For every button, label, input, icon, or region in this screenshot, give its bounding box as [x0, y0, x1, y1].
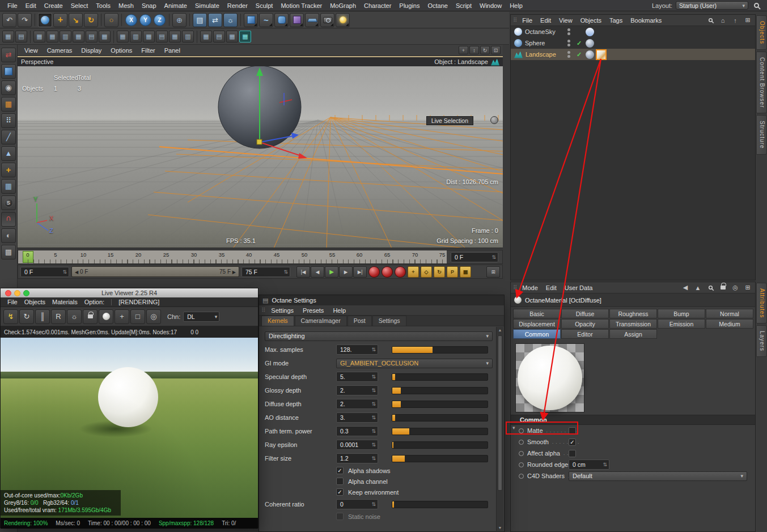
menu-select[interactable]: Select	[67, 2, 92, 9]
viewport-menu-filter[interactable]: Filter	[137, 47, 159, 54]
tab-cameraimager[interactable]: CameraImager	[295, 316, 347, 326]
frame-range-slider[interactable]: ◀ 0 F 75 F ▶	[71, 266, 239, 277]
visibility-toggles[interactable]	[567, 51, 570, 58]
add-spline-button[interactable]: ~	[259, 13, 273, 27]
object-name[interactable]: Landscape	[526, 51, 556, 58]
menu-tools[interactable]: Tools	[92, 2, 115, 9]
lv-menu-objects[interactable]: Objects	[21, 299, 49, 305]
edge-mode-icon[interactable]: ╱	[1, 130, 16, 144]
static-noise-checkbox[interactable]	[336, 513, 344, 520]
lock-resolution-icon[interactable]	[83, 309, 98, 324]
toolbar2-icon-2[interactable]: ▤	[15, 31, 27, 42]
key-position-toggle[interactable]: +	[408, 266, 419, 278]
tab-structure[interactable]: Structure	[756, 115, 767, 155]
record-keyframe-button[interactable]	[368, 266, 380, 278]
section-header-common[interactable]: Common	[511, 415, 755, 425]
visibility-toggles[interactable]	[567, 40, 570, 46]
toolbar2-icon-10[interactable]: ▥	[130, 31, 142, 42]
menu-help[interactable]: Help	[506, 2, 527, 9]
region-render-icon[interactable]: □	[130, 309, 145, 324]
glossy-depth-field[interactable]: 2.⇅	[336, 385, 378, 395]
om-menu-objects[interactable]: Objects	[577, 17, 605, 24]
material-texture-tag-icon[interactable]	[596, 49, 607, 60]
filter-size-slider[interactable]	[392, 455, 488, 462]
lv-menu-option[interactable]: Option:	[81, 299, 108, 305]
om-home-icon[interactable]: ⌂	[718, 16, 728, 25]
lock-x-axis-button[interactable]: X	[125, 14, 137, 26]
pick-material-icon[interactable]: +	[115, 309, 129, 324]
diffuse-depth-field[interactable]: 2.⇅	[336, 399, 378, 409]
checker-ball-icon[interactable]: ▩	[1, 245, 16, 259]
minimize-button[interactable]	[14, 290, 20, 296]
menu-edit[interactable]: Edit	[22, 2, 40, 9]
settings-gear-icon[interactable]: ☼	[67, 309, 82, 324]
phong-tag-icon[interactable]	[586, 39, 594, 48]
viewport-view-name[interactable]: Perspective	[21, 58, 53, 65]
filter-size-field[interactable]: 1.2⇅	[336, 453, 378, 463]
tab-diffuse[interactable]: Diffuse	[561, 309, 609, 318]
animation-track-icon[interactable]	[519, 451, 524, 456]
add-cube-button[interactable]	[244, 13, 258, 27]
model-mode-icon[interactable]	[1, 64, 16, 79]
timeline-preferences-icon[interactable]: ⊞	[486, 266, 500, 278]
menu-character[interactable]: Character	[360, 2, 395, 9]
coordinate-system-button[interactable]: ⊕	[172, 13, 187, 27]
range-start-field[interactable]: 0 F⇅	[20, 267, 69, 277]
gizmo-center-handle[interactable]	[257, 139, 262, 144]
toolbar2-icon-16[interactable]: ▤	[213, 31, 225, 42]
om-new-panel-icon[interactable]: ⊞	[743, 16, 753, 25]
tab-kernels[interactable]: Kernels	[261, 316, 294, 326]
goto-end-button[interactable]: ▶|	[353, 266, 367, 278]
am-lock-icon[interactable]	[718, 283, 728, 292]
object-name[interactable]: OctaneSky	[525, 28, 556, 35]
glossy-depth-slider[interactable]	[392, 387, 488, 394]
render-tag-icon[interactable]: ◐	[1, 228, 16, 243]
tab-assign[interactable]: Assign	[609, 329, 657, 339]
am-search-icon[interactable]	[705, 283, 715, 292]
max-samples-field[interactable]: 128.⇅	[336, 344, 378, 355]
redo-button[interactable]: ↷	[18, 13, 32, 27]
add-light-button[interactable]	[336, 13, 350, 27]
key-scale-toggle[interactable]: ◇	[421, 266, 432, 278]
next-frame-button[interactable]: ▶	[339, 266, 353, 278]
render-view-button[interactable]: ▤	[193, 13, 207, 27]
toolbar2-icon-18[interactable]: ▦	[239, 31, 251, 42]
magnet-icon[interactable]: ∪	[1, 212, 16, 227]
menu-simulate[interactable]: Simulate	[191, 2, 223, 9]
menu-sculpt[interactable]: Sculpt	[252, 2, 277, 9]
visibility-toggles[interactable]	[567, 28, 570, 35]
toolbar2-icon-12[interactable]: ▤	[156, 31, 168, 42]
polygon-mode-icon[interactable]: ▲	[1, 146, 16, 161]
toolbar2-icon-7[interactable]: ▤	[86, 31, 98, 42]
phong-tag-icon[interactable]	[586, 50, 594, 59]
am-menu-mode[interactable]: Mode	[518, 284, 542, 291]
panel-grip-icon[interactable]: ⠿	[513, 284, 517, 291]
object-row-octanesky[interactable]: OctaneSky	[511, 26, 755, 37]
octane-titlebar[interactable]: ▤ Octane Settings	[259, 295, 504, 305]
point-mode-icon[interactable]: ⠿	[1, 113, 16, 128]
tab-layers[interactable]: Layers	[756, 325, 767, 357]
autokeying-button[interactable]	[382, 266, 393, 278]
toolbar2-icon-9[interactable]: ▦	[117, 31, 129, 42]
ray-epsilon-field[interactable]: 0.0001⇅	[336, 440, 378, 450]
layout-dropdown[interactable]: Startup (User) ▾	[676, 1, 748, 10]
kernel-type-dropdown[interactable]: Directlighting ▾	[265, 331, 493, 341]
am-menu-edit[interactable]: Edit	[542, 284, 561, 291]
zoom-button[interactable]	[23, 290, 29, 296]
alpha-shadows-checkbox[interactable]: ✓	[336, 467, 344, 474]
ao-distance-field[interactable]: 3.⇅	[336, 412, 378, 423]
timeline-ruler[interactable]: 0 5 10 15 20 25 30 35 40 45 50 55 60 65 …	[18, 250, 503, 264]
toolbar2-icon-13[interactable]: ▦	[169, 31, 181, 42]
path-term-power-slider[interactable]	[392, 428, 488, 435]
viewport-menu-panel[interactable]: Panel	[160, 47, 185, 54]
om-search-icon[interactable]	[705, 16, 715, 25]
am-arrow-up-icon[interactable]: ▲	[693, 283, 703, 292]
viewport-canvas[interactable]: Selected Total Objects 1 3 Live Selectio…	[18, 66, 503, 248]
tab-transmission[interactable]: Transmission	[609, 319, 657, 329]
path-term-power-field[interactable]: 0.3⇅	[336, 426, 378, 436]
specular-depth-field[interactable]: 5.⇅	[336, 372, 378, 382]
toolbar2-icon-3[interactable]: ▦	[33, 31, 45, 42]
material-preview[interactable]	[515, 343, 584, 412]
live-viewer-titlebar[interactable]: Live Viewer 2.25 R4	[1, 288, 258, 297]
om-menu-edit[interactable]: Edit	[536, 17, 555, 24]
